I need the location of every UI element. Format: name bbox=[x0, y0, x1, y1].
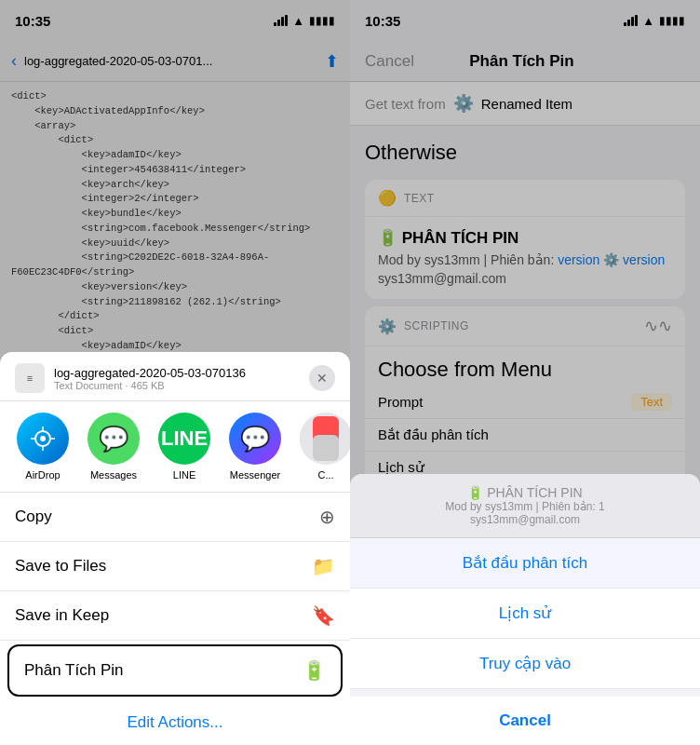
menu-cancel-button[interactable]: Cancel bbox=[350, 697, 700, 745]
messages-label: Messages bbox=[90, 469, 137, 481]
share-sheet: ≡ log-aggregated-2020-05-03-070136 Text … bbox=[0, 352, 350, 745]
share-overlay: ≡ log-aggregated-2020-05-03-070136 Text … bbox=[0, 0, 350, 745]
file-icon: ≡ bbox=[15, 363, 45, 393]
apps-row: AirDrop 💬 Messages LINE LINE 💬 bbox=[0, 401, 350, 493]
menu-sheet-info: 🔋 PHÂN TÍCH PIN Mod by sys13mm | Phiên b… bbox=[350, 474, 700, 538]
more-icon bbox=[300, 413, 350, 465]
menu-bat-dau[interactable]: Bắt đầu phân tích bbox=[350, 538, 700, 589]
save-keep-icon: 🔖 bbox=[312, 604, 335, 627]
menu-overlay: 🔋 PHÂN TÍCH PIN Mod by sys13mm | Phiên b… bbox=[350, 0, 700, 745]
edit-actions[interactable]: Edit Actions... bbox=[0, 700, 350, 745]
save-keep-label: Save in Keep bbox=[15, 606, 299, 625]
more-label: C... bbox=[317, 469, 333, 481]
messages-icon: 💬 bbox=[88, 413, 140, 465]
file-name: log-aggregated-2020-05-03-070136 bbox=[54, 366, 300, 380]
menu-info-sub1: Mod by sys13mm | Phiên bản: 1 bbox=[365, 500, 685, 513]
airdrop-label: AirDrop bbox=[25, 469, 60, 481]
line-icon: LINE bbox=[158, 413, 210, 465]
right-panel: 10:35 ▲ ▮▮▮▮ Cancel Phân Tích Pin Get te… bbox=[350, 0, 700, 745]
app-messages[interactable]: 💬 Messages bbox=[86, 413, 141, 481]
left-panel: 10:35 ▲ ▮▮▮▮ ‹ log-aggregated-2020-05-03… bbox=[0, 0, 350, 745]
menu-info-title: 🔋 PHÂN TÍCH PIN bbox=[365, 485, 685, 500]
edit-actions-label: Edit Actions... bbox=[128, 713, 223, 731]
share-sheet-header: ≡ log-aggregated-2020-05-03-070136 Text … bbox=[0, 352, 350, 401]
line-label: LINE bbox=[173, 469, 195, 481]
menu-info-sub2: sys13mm@gmail.com bbox=[365, 513, 685, 526]
save-files-label: Save to Files bbox=[15, 557, 299, 576]
messenger-label: Messenger bbox=[230, 469, 280, 481]
file-info: log-aggregated-2020-05-03-070136 Text Do… bbox=[54, 366, 300, 391]
action-save-keep[interactable]: Save in Keep 🔖 bbox=[0, 591, 350, 641]
app-more[interactable]: C... bbox=[298, 413, 350, 481]
phan-tich-pin-icon: 🔋 bbox=[303, 659, 326, 682]
menu-truy-cap[interactable]: Truy cập vào bbox=[350, 639, 700, 689]
app-line[interactable]: LINE LINE bbox=[156, 413, 212, 481]
copy-label: Copy bbox=[15, 508, 306, 526]
messenger-icon: 💬 bbox=[229, 413, 281, 465]
copy-icon: ⊕ bbox=[319, 506, 335, 528]
phan-tich-pin-label: Phân Tích Pin bbox=[24, 661, 289, 680]
save-files-icon: 📁 bbox=[312, 555, 335, 577]
svg-point-1 bbox=[40, 436, 46, 441]
airdrop-icon bbox=[17, 413, 69, 465]
action-list: Copy ⊕ Save to Files 📁 Save in Keep 🔖 Ph… bbox=[0, 493, 350, 700]
action-save-files[interactable]: Save to Files 📁 bbox=[0, 542, 350, 591]
file-meta: Text Document · 465 KB bbox=[54, 380, 300, 391]
close-button[interactable]: ✕ bbox=[309, 365, 335, 391]
menu-items: Bắt đầu phân tích Lịch sử Truy cập vào bbox=[350, 538, 700, 689]
app-messenger[interactable]: 💬 Messenger bbox=[227, 413, 283, 481]
menu-sheet: 🔋 PHÂN TÍCH PIN Mod by sys13mm | Phiên b… bbox=[350, 474, 700, 745]
action-copy[interactable]: Copy ⊕ bbox=[0, 493, 350, 542]
app-airdrop[interactable]: AirDrop bbox=[15, 413, 71, 481]
action-phan-tich-pin[interactable]: Phân Tích Pin 🔋 bbox=[7, 644, 343, 697]
menu-lich-su[interactable]: Lịch sử bbox=[350, 589, 700, 639]
